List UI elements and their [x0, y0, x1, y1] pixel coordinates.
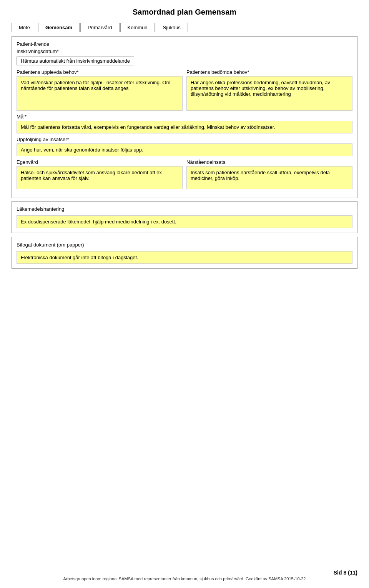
tab-kommun[interactable]: Kommun: [120, 23, 155, 32]
maal-section: Mål* Mål för patientens fortsatta vård, …: [17, 114, 352, 133]
behov-columns: Patientens upplevda behov* Vad vill/önsk…: [17, 69, 352, 111]
maal-label: Mål*: [17, 114, 352, 120]
lakemedel-box: Läkemedelshantering Ex dosdispenserade l…: [12, 201, 357, 233]
narstaende-label: Närståendeinsats: [186, 159, 352, 165]
upplevda-behov-label: Patientens upplevda behov*: [17, 69, 183, 75]
bifogat-label: Bifogat dokument (om papper): [17, 242, 352, 248]
maal-text[interactable]: Mål för patientens fortsatta vård, exemp…: [17, 121, 352, 133]
upplevda-behov-col: Patientens upplevda behov* Vad vill/önsk…: [17, 69, 183, 111]
egenvard-label: Egenvård: [17, 159, 183, 165]
hamtas-row: Hämtas automatiskt från inskrivningsmedd…: [17, 57, 352, 65]
lakemedel-text[interactable]: Ex dosdispenserade läkemedel, hjälp med …: [17, 215, 352, 228]
bifogat-box: Bifogat dokument (om papper) Elektronisk…: [12, 237, 357, 269]
footer-text: Arbetsgruppen inom regional SAMSA med re…: [0, 576, 369, 581]
bedomda-behov-col: Patientens bedömda behov* Här anges olik…: [186, 69, 352, 111]
tab-sjukhus[interactable]: Sjukhus: [156, 23, 188, 32]
tab-primarvard[interactable]: Primärvård: [80, 23, 120, 32]
egenvard-narstaende-cols: Egenvård Hälso- och sjukvårdsaktivitet s…: [17, 159, 352, 189]
main-content-box: Patient-ärende Inskrivningsdatum* Hämtas…: [12, 36, 357, 198]
tabs-row: Möte Gemensam Primärvård Kommun Sjukhus: [12, 23, 357, 32]
narstaende-col: Närståendeinsats Insats som patientens n…: [186, 159, 352, 189]
inskrivningsdatum-label: Inskrivningsdatum*: [17, 48, 59, 54]
bifogat-text[interactable]: Elektroniska dokument går inte att bifog…: [17, 251, 352, 264]
hamtas-box: Hämtas automatiskt från inskrivningsmedd…: [17, 57, 134, 65]
uppfoljning-section: Uppföljning av insatser* Ange hur, vem, …: [17, 137, 352, 156]
uppfoljning-label: Uppföljning av insatser*: [17, 137, 352, 142]
bedomda-behov-label: Patientens bedömda behov*: [186, 69, 352, 75]
tab-gemensam[interactable]: Gemensam: [38, 23, 80, 32]
sid-text: Sid 8 (11): [334, 570, 357, 576]
lakemedel-label: Läkemedelshantering: [17, 206, 352, 212]
egenvard-text[interactable]: Hälso- och sjukvårdsaktivitet som ansvar…: [17, 166, 183, 189]
inskrivningsdatum-row: Inskrivningsdatum*: [17, 48, 352, 54]
narstaende-text[interactable]: Insats som patientens närstående skall u…: [186, 166, 352, 189]
page-title: Samordnad plan Gemensam: [12, 8, 357, 17]
uppfoljning-text[interactable]: Ange hur, vem, när ska genomförda insats…: [17, 143, 352, 156]
tab-mote[interactable]: Möte: [12, 23, 37, 32]
upplevda-behov-text[interactable]: Vad vill/önskar patienten ha för hjälp/-…: [17, 76, 183, 111]
egenvard-col: Egenvård Hälso- och sjukvårdsaktivitet s…: [17, 159, 183, 189]
bedomda-behov-text[interactable]: Här anges olika professions bedömning, o…: [186, 76, 352, 111]
patient-arende-label: Patient-ärende: [17, 41, 352, 47]
